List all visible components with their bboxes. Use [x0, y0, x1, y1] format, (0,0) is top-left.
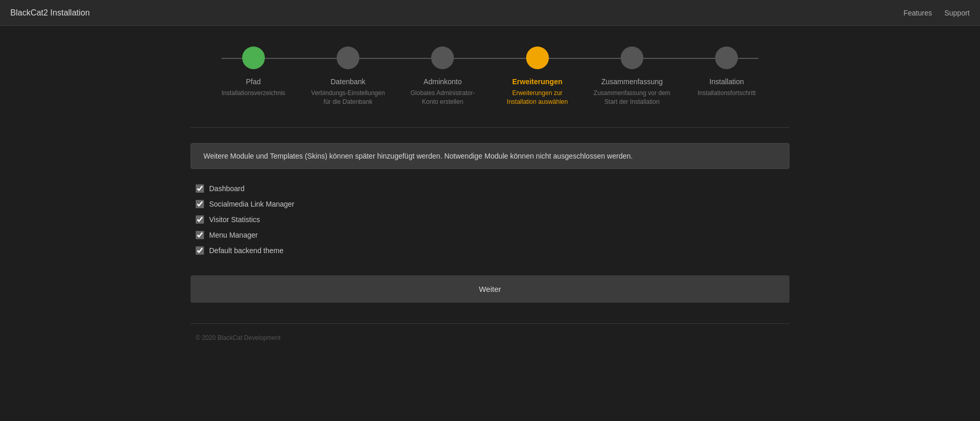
step-circle-pfad: [242, 46, 265, 69]
step-title-installation: Installation: [709, 77, 744, 86]
step-title-pfad: Pfad: [246, 77, 261, 86]
step-circle-zusammenfassung: [621, 46, 643, 69]
checkbox-label-socialmedia: Socialmedia Link Manager: [209, 200, 294, 208]
step-desc-installation: Installationsfortschritt: [698, 89, 756, 98]
checkbox-item-default-backend-theme[interactable]: Default backend theme: [196, 246, 789, 255]
footer-divider: [191, 323, 789, 324]
checkbox-menu-manager[interactable]: [196, 231, 204, 239]
step-zusammenfassung: Zusammenfassung Zusammenfassung vor dem …: [584, 46, 679, 106]
checkbox-item-visitor-statistics[interactable]: Visitor Statistics: [196, 215, 789, 224]
navbar-links: Features Support: [904, 9, 970, 17]
stepper: Pfad Installationsverzeichnis Datenbank …: [191, 46, 789, 106]
info-box-text: Weitere Module und Templates (Skins) kön…: [203, 152, 633, 160]
step-desc-erweiterungen: Erweiterungen zur Installation auswählen: [499, 89, 576, 106]
step-erweiterungen: Erweiterungen Erweiterungen zur Installa…: [490, 46, 584, 106]
checkbox-dashboard[interactable]: [196, 184, 204, 193]
step-circle-adminkonto: [431, 46, 454, 69]
step-desc-datenbank: Verbindungs-Einstellungen für die Datenb…: [309, 89, 387, 106]
step-desc-pfad: Installationsverzeichnis: [222, 89, 285, 98]
step-circle-installation: [715, 46, 738, 69]
navbar-brand: BlackCat2 Installation: [10, 8, 90, 18]
checkbox-default-backend-theme[interactable]: [196, 246, 204, 255]
step-circle-datenbank: [337, 46, 359, 69]
navbar-link-features[interactable]: Features: [904, 9, 932, 17]
checkbox-item-menu-manager[interactable]: Menu Manager: [196, 231, 789, 239]
step-title-zusammenfassung: Zusammenfassung: [601, 77, 662, 86]
navbar: BlackCat2 Installation Features Support: [0, 0, 980, 26]
checkbox-label-dashboard: Dashboard: [209, 184, 245, 193]
main-content: Pfad Installationsverzeichnis Datenbank …: [180, 26, 800, 362]
footer-copyright: © 2020 BlackCat Development: [191, 334, 789, 341]
step-title-erweiterungen: Erweiterungen: [512, 77, 562, 86]
checkbox-socialmedia[interactable]: [196, 200, 204, 208]
checkbox-label-default-backend-theme: Default backend theme: [209, 246, 283, 255]
step-datenbank: Datenbank Verbindungs-Einstellungen für …: [301, 46, 395, 106]
step-adminkonto: Adminkonto Globales Administrator-Konto …: [396, 46, 490, 106]
checkbox-visitor-statistics[interactable]: [196, 215, 204, 224]
checkbox-label-visitor-statistics: Visitor Statistics: [209, 215, 260, 224]
step-desc-zusammenfassung: Zusammenfassung vor dem Start der Instal…: [593, 89, 671, 106]
checkbox-list: Dashboard Socialmedia Link Manager Visit…: [191, 184, 789, 255]
step-desc-adminkonto: Globales Administrator-Konto erstellen: [404, 89, 481, 106]
checkbox-item-socialmedia[interactable]: Socialmedia Link Manager: [196, 200, 789, 208]
weiter-button[interactable]: Weiter: [191, 275, 789, 303]
navbar-link-support[interactable]: Support: [944, 9, 970, 17]
stepper-divider: [191, 127, 789, 128]
step-installation: Installation Installationsfortschritt: [679, 46, 774, 98]
step-title-datenbank: Datenbank: [330, 77, 366, 86]
info-box: Weitere Module und Templates (Skins) kön…: [191, 143, 789, 169]
step-circle-erweiterungen: [526, 46, 549, 69]
step-title-adminkonto: Adminkonto: [423, 77, 462, 86]
step-pfad: Pfad Installationsverzeichnis: [206, 46, 301, 98]
checkbox-item-dashboard[interactable]: Dashboard: [196, 184, 789, 193]
checkbox-label-menu-manager: Menu Manager: [209, 231, 258, 239]
